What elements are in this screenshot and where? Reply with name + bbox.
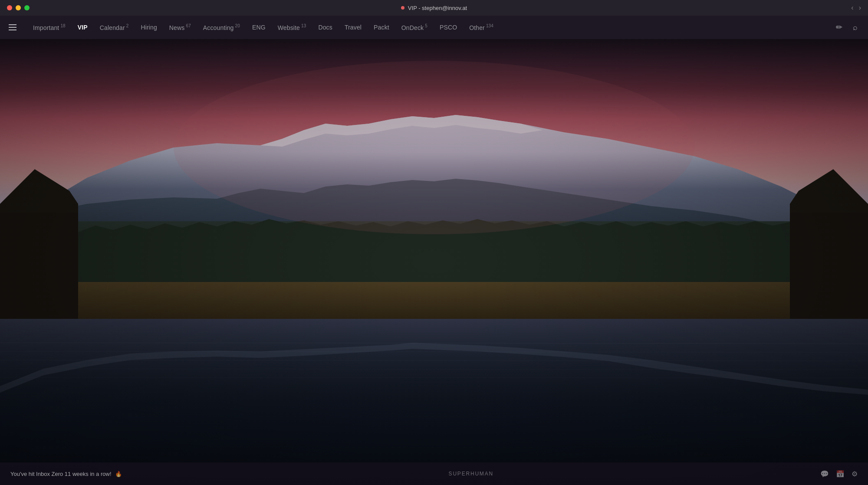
nav-item-website[interactable]: Website13 — [272, 21, 312, 34]
chat-icon[interactable]: 💬 — [820, 470, 829, 478]
superhuman-brand: SUPERHUMAN — [449, 471, 493, 477]
nav-item-news[interactable]: News67 — [163, 21, 197, 34]
maximize-button[interactable] — [24, 5, 30, 10]
nav-actions: ✏ ⌕ — [834, 21, 859, 34]
search-icon[interactable]: ⌕ — [851, 21, 859, 34]
nav-item-eng[interactable]: ENG — [246, 21, 272, 33]
calendar-icon[interactable]: 📅 — [836, 470, 845, 478]
scene-svg-container — [0, 39, 868, 485]
nav-item-ondeck[interactable]: OnDeck5 — [395, 21, 434, 34]
inbox-zero-message: You've hit Inbox Zero 11 weeks in a row!… — [10, 471, 122, 477]
close-button[interactable] — [7, 5, 12, 10]
nav-item-travel[interactable]: Travel — [339, 21, 368, 33]
background-scene — [0, 39, 868, 485]
nav-item-psco[interactable]: PSCO — [434, 21, 463, 33]
nav-item-calendar[interactable]: Calendar2 — [94, 21, 135, 34]
nav-back-icon[interactable]: ‹ — [851, 4, 853, 12]
nav-bar: Important18VIPCalendar2HiringNews67Accou… — [0, 16, 868, 39]
nav-item-packt[interactable]: Packt — [368, 21, 395, 33]
bottom-right-icons: 💬 📅 ⚙ — [820, 470, 858, 478]
svg-rect-27 — [0, 39, 868, 485]
nav-item-important[interactable]: Important18 — [27, 21, 72, 34]
bottom-center: SUPERHUMAN — [122, 471, 820, 477]
traffic-lights — [7, 5, 30, 10]
window-title-area: VIP - stephen@innov.at — [401, 5, 467, 11]
compose-icon[interactable]: ✏ — [834, 21, 844, 34]
vip-indicator — [401, 6, 404, 10]
menu-button[interactable] — [9, 24, 16, 30]
bottom-bar: You've hit Inbox Zero 11 weeks in a row!… — [0, 462, 868, 485]
nav-forward-icon[interactable]: › — [859, 4, 861, 12]
nav-item-vip[interactable]: VIP — [72, 21, 94, 33]
nav-item-hiring[interactable]: Hiring — [135, 21, 163, 33]
inbox-zero-text: You've hit Inbox Zero 11 weeks in a row! — [10, 471, 112, 477]
window-title: VIP - stephen@innov.at — [408, 5, 467, 11]
title-bar-nav: ‹ › — [851, 4, 861, 12]
nav-item-docs[interactable]: Docs — [312, 21, 338, 33]
nav-item-other[interactable]: Other134 — [463, 21, 500, 34]
nav-item-accounting[interactable]: Accounting20 — [197, 21, 246, 34]
settings-icon[interactable]: ⚙ — [852, 470, 858, 478]
flame-icon: 🔥 — [115, 471, 122, 477]
title-bar: VIP - stephen@innov.at ‹ › — [0, 0, 868, 16]
minimize-button[interactable] — [16, 5, 21, 10]
nav-items: Important18VIPCalendar2HiringNews67Accou… — [27, 21, 834, 34]
